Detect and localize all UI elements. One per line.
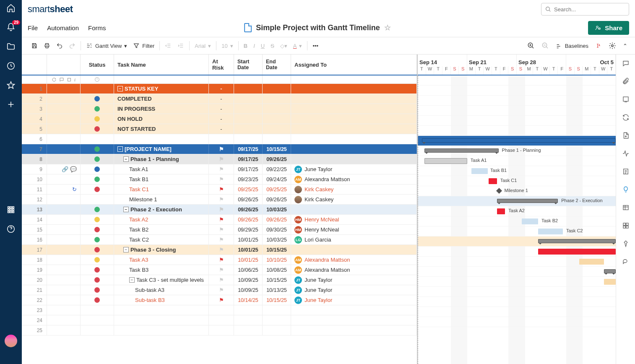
col-assigned[interactable]: Assigned To — [291, 55, 417, 75]
collapse-toggle[interactable]: − — [123, 207, 129, 212]
collapse-toggle[interactable]: − — [129, 277, 135, 283]
format-icon[interactable] — [622, 222, 630, 231]
menu-forms[interactable]: Forms — [88, 24, 106, 31]
table-row[interactable]: 23 — [22, 305, 417, 315]
table-row[interactable]: 17−Phase 3 - Closing⚑10/01/2510/15/25 — [22, 245, 417, 255]
menu-file[interactable]: File — [28, 24, 38, 31]
svg-rect-9 — [13, 211, 14, 213]
text-color-icon[interactable]: A▾ — [293, 43, 302, 49]
table-row[interactable]: 7−[PROJECT NAME]⚑09/17/2510/15/25 — [22, 144, 417, 154]
conversations-icon[interactable] — [622, 60, 630, 68]
summary-icon[interactable] — [622, 168, 630, 177]
table-row[interactable]: 13−Phase 2 - Execution⚑09/26/2510/03/25 — [22, 205, 417, 215]
table-row[interactable]: 10Task B1⚑09/23/2509/24/25AMAlexandra Ma… — [22, 174, 417, 185]
recent-icon[interactable] — [0, 61, 22, 70]
table-row[interactable]: 8−Phase 1 - Planning⚑09/17/2509/26/25 — [22, 154, 417, 164]
apps-icon[interactable] — [0, 205, 22, 214]
strikethrough-icon[interactable]: S — [271, 43, 274, 49]
work-insights-icon[interactable] — [622, 186, 630, 195]
col-task[interactable]: Task Name — [114, 55, 209, 75]
add-icon[interactable] — [0, 100, 22, 109]
favorites-icon[interactable] — [0, 81, 22, 90]
col-status[interactable]: Status — [81, 55, 114, 75]
notifications-icon[interactable]: 29 — [0, 23, 22, 32]
collapse-toggle[interactable]: − — [117, 86, 123, 91]
attachments-icon[interactable] — [622, 78, 630, 86]
share-button[interactable]: Share — [588, 21, 629, 35]
table-row[interactable]: 6 — [22, 134, 417, 144]
svg-rect-2 — [10, 207, 12, 208]
critical-path-icon[interactable] — [595, 42, 602, 49]
table-row[interactable]: 24 — [22, 315, 417, 325]
gantt-chart[interactable]: Sep 14Sep 21Sep 28Oct 5 TWTFSSMTWTFSSMTW… — [418, 55, 616, 364]
proofs-icon[interactable] — [622, 96, 630, 104]
search-field[interactable] — [554, 6, 625, 13]
collapse-toggle[interactable]: − — [123, 247, 129, 252]
settings-icon[interactable] — [609, 42, 616, 49]
save-icon[interactable] — [31, 42, 38, 49]
activity-log-icon[interactable] — [622, 150, 630, 159]
zoom-in-icon[interactable] — [527, 42, 535, 49]
underline-icon[interactable]: U — [261, 43, 265, 49]
outdent-icon[interactable] — [165, 42, 172, 49]
table-row[interactable]: 25 — [22, 325, 417, 335]
svg-rect-8 — [10, 211, 12, 213]
logo[interactable]: smartsheet — [28, 4, 73, 15]
collapse-panel-icon[interactable]: ⌃ — [623, 43, 627, 49]
update-requests-icon[interactable] — [622, 114, 630, 122]
table-row[interactable]: 22Sub-task B3⚑10/14/2510/15/25JTJune Tay… — [22, 295, 417, 305]
font-size-selector[interactable]: 10 ▾ — [221, 43, 233, 49]
print-icon[interactable] — [44, 42, 50, 49]
user-avatar[interactable] — [5, 335, 17, 347]
undo-icon[interactable] — [56, 42, 63, 49]
col-start[interactable]: Start Date — [234, 55, 263, 75]
table-row[interactable]: 11↻Task C1⚑09/25/2509/25/25Kirk Caskey — [22, 185, 417, 195]
redo-icon[interactable] — [69, 42, 75, 49]
svg-rect-22 — [623, 223, 625, 225]
fill-color-icon[interactable]: ◇▾ — [280, 43, 287, 49]
svg-point-11 — [546, 7, 550, 11]
bold-icon[interactable]: B — [244, 43, 247, 49]
font-selector[interactable]: Arial ▾ — [195, 43, 211, 49]
pin-icon[interactable] — [622, 240, 630, 249]
italic-icon[interactable]: I — [253, 43, 255, 49]
col-risk[interactable]: At Risk — [209, 55, 234, 75]
table-row[interactable]: 19Task B3⚑10/06/2510/08/25AMAlexandra Ma… — [22, 265, 417, 275]
filter-button[interactable]: Filter — [133, 42, 154, 49]
table-row[interactable]: 3IN PROGRESS- — [22, 104, 417, 114]
zoom-out-icon[interactable] — [541, 42, 549, 49]
view-selector[interactable]: Gantt View ▾ — [86, 42, 127, 49]
favorite-star-icon[interactable]: ☆ — [384, 23, 391, 32]
svg-rect-25 — [626, 226, 628, 228]
table-row[interactable]: 18Task A3⚑10/01/2510/10/25AMAlexandra Ma… — [22, 255, 417, 265]
help-icon[interactable] — [0, 224, 22, 234]
gantt-week-label: Oct 5 — [566, 55, 616, 66]
baselines-button[interactable]: Baselines — [556, 42, 588, 49]
table-row[interactable]: 20−Task C3 - set multiple levels⚑10/09/2… — [22, 275, 417, 285]
menu-automation[interactable]: Automation — [47, 24, 79, 31]
table-row[interactable]: 15Task B2⚑09/29/2509/30/25HMHenry McNeal — [22, 225, 417, 235]
table-row[interactable]: 4ON HOLD- — [22, 114, 417, 124]
svg-rect-19 — [623, 97, 628, 101]
cell-history-icon[interactable] — [622, 204, 630, 213]
folder-icon[interactable] — [0, 42, 22, 51]
table-row[interactable]: 1−STATUS KEY- — [22, 84, 417, 94]
table-row[interactable]: 2COMPLETED- — [22, 94, 417, 104]
table-row[interactable]: 5NOT STARTED- — [22, 124, 417, 134]
table-row[interactable]: 12Milestone 1⚑09/26/2509/26/25Kirk Caske… — [22, 195, 417, 205]
table-row[interactable]: 14Task A2⚑09/26/2509/26/25HMHenry McNeal — [22, 215, 417, 225]
publish-icon[interactable] — [622, 132, 630, 140]
connections-icon[interactable] — [622, 258, 630, 267]
home-icon[interactable] — [0, 3, 22, 13]
search-input[interactable] — [541, 3, 629, 16]
table-row[interactable]: 21Sub-task A3⚑10/09/2510/13/25JTJune Tay… — [22, 285, 417, 295]
svg-rect-6 — [13, 209, 14, 211]
col-end[interactable]: End Date — [263, 55, 291, 75]
indent-icon[interactable] — [177, 42, 184, 49]
collapse-toggle[interactable]: − — [123, 156, 129, 162]
svg-rect-3 — [13, 207, 14, 208]
table-row[interactable]: 16Task C2⚑10/01/2510/03/25LGLori Garcia — [22, 235, 417, 245]
collapse-toggle[interactable]: − — [117, 146, 123, 152]
table-row[interactable]: 9🔗💬Task A1⚑09/17/2509/22/25JTJune Taylor — [22, 164, 417, 174]
more-icon[interactable]: ••• — [312, 43, 318, 49]
